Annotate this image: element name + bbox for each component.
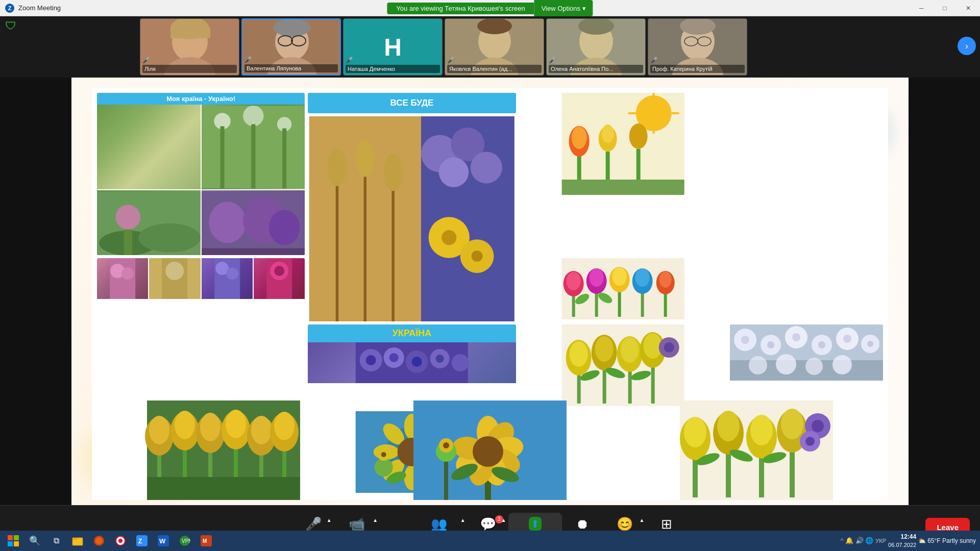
taskbar-search[interactable]: 🔍: [26, 532, 44, 550]
svg-point-51: [226, 267, 238, 280]
svg-text:VPN: VPN: [182, 538, 190, 544]
svg-point-72: [832, 355, 852, 374]
participant-name-yakovlev: Яковлєв Валентин (ад...: [447, 65, 542, 73]
svg-rect-4: [170, 28, 210, 38]
minimize-button[interactable]: ─: [910, 0, 933, 16]
svg-point-212: [750, 415, 773, 445]
svg-point-175: [200, 413, 220, 441]
participant-tile-olena[interactable]: 🎤 Олена Анатоліївна По...: [546, 18, 646, 76]
mic-muted-icon: 🎤: [142, 57, 150, 64]
taskbar-app5[interactable]: M: [197, 532, 215, 550]
ukraina-cell: УКРАЇНА: [308, 324, 516, 408]
unmute-caret[interactable]: ▲: [327, 517, 332, 523]
svg-point-46: [117, 279, 128, 289]
participant-tile-yakovlev[interactable]: 🎤 Яковлєв Валентин (ад...: [445, 18, 544, 76]
flower-magenta: [254, 258, 305, 299]
svg-rect-31: [251, 124, 255, 188]
taskbar-file-explorer[interactable]: [68, 532, 87, 550]
chat-caret[interactable]: ▲: [501, 517, 506, 523]
participant-tile-kateryna[interactable]: 🎤 Проф. Катерина Крутій: [648, 18, 747, 76]
view-options-button[interactable]: View Options ▾: [534, 0, 593, 16]
svg-point-127: [629, 123, 647, 149]
taskbar-opera[interactable]: [111, 532, 130, 550]
taskbar-word[interactable]: W: [154, 532, 173, 550]
chat-icon: 💬: [480, 517, 496, 531]
svg-point-61: [792, 333, 800, 341]
maximize-button[interactable]: □: [933, 0, 957, 16]
participant-tile-lilia[interactable]: 🎤 Ліля: [140, 18, 239, 76]
window-controls: ─ □ ✕: [910, 0, 980, 16]
flower-yellow: [149, 258, 200, 299]
svg-point-219: [805, 437, 815, 446]
white-flowers-photo: [730, 324, 883, 408]
svg-point-215: [781, 409, 803, 439]
right-strip: [909, 78, 980, 505]
titlebar-left: Z Zoom Meeting: [0, 4, 61, 13]
svg-point-206: [684, 417, 706, 447]
flower-pink: [97, 258, 148, 299]
flower-purple: [202, 258, 253, 299]
reactions-caret[interactable]: ▲: [639, 517, 644, 523]
participant-tile-valentina[interactable]: 🎤 Валентина Ляпунова: [241, 18, 341, 76]
mic-muted-icon: 🎤: [447, 57, 455, 64]
record-icon: ⏺: [576, 517, 589, 531]
collage-title-banner: Моя країна - Україно!: [97, 93, 305, 105]
svg-point-154: [595, 336, 613, 362]
participant-tile-natasha[interactable]: H 🎤 Наташа Демченко: [343, 18, 443, 76]
svg-point-136: [589, 268, 603, 287]
svg-point-209: [717, 411, 740, 441]
svg-point-48: [165, 262, 184, 280]
vse-bude-cell: ВСЕ БУДЕ: [308, 93, 516, 113]
svg-point-157: [620, 337, 639, 363]
participant-name-natasha: Наташа Демченко: [346, 65, 440, 73]
reactions-icon: 😊: [617, 517, 633, 531]
video-caret[interactable]: ▲: [373, 517, 378, 523]
task-view[interactable]: ⧉: [47, 532, 65, 550]
svg-point-70: [776, 354, 796, 374]
screen-share-area: Моя країна - Україно!: [71, 78, 909, 505]
svg-point-123: [571, 127, 586, 149]
svg-rect-228: [72, 538, 77, 540]
participant-name-lilia: Ліля: [142, 65, 237, 73]
svg-point-35: [138, 223, 201, 253]
svg-point-98: [452, 354, 469, 371]
svg-rect-37: [124, 230, 132, 255]
svg-point-67: [867, 341, 873, 347]
nature-photo-3: [97, 190, 201, 255]
microphone-muted-icon: 🎤: [305, 517, 322, 531]
svg-rect-225: [8, 541, 13, 546]
svg-point-63: [818, 341, 825, 348]
svg-point-200: [443, 442, 449, 448]
svg-rect-30: [220, 127, 224, 189]
svg-point-172: [175, 411, 195, 439]
svg-point-88: [472, 251, 483, 262]
participants-caret[interactable]: ▲: [460, 517, 465, 523]
svg-text:Z: Z: [138, 538, 142, 545]
svg-rect-197: [444, 457, 448, 500]
windows-taskbar: 🔍 ⧉ Z W VPN M ^ 🔔 🔊 🌐 УКР 12:44 06.07.20…: [0, 531, 980, 551]
taskbar-browser[interactable]: [90, 532, 108, 550]
sunflower-painting-bottom: [358, 400, 622, 500]
svg-point-39: [209, 202, 246, 243]
svg-point-65: [843, 335, 851, 343]
svg-rect-129: [561, 180, 684, 195]
wheat-purple-flowers: [308, 116, 516, 321]
svg-point-145: [659, 271, 671, 288]
taskbar-zoom[interactable]: Z: [133, 532, 151, 550]
participants-strip: 🎤 Ліля 🎤 Валентина Ляпунова H 🎤 Наташа Д…: [138, 16, 980, 78]
svg-point-142: [635, 268, 649, 287]
svg-point-71: [805, 358, 823, 375]
taskbar-vpn[interactable]: VPN: [176, 532, 194, 550]
participant-name-olena: Олена Анатоліївна По...: [549, 65, 643, 73]
left-strip: [0, 78, 71, 505]
svg-text:W: W: [159, 537, 166, 545]
svg-point-151: [569, 341, 587, 367]
svg-point-162: [664, 342, 674, 353]
mic-muted-icon: 🎤: [650, 57, 658, 64]
svg-point-184: [274, 412, 295, 440]
start-button[interactable]: [4, 532, 22, 550]
next-participants-button[interactable]: ›: [958, 37, 976, 55]
close-button[interactable]: ✕: [957, 0, 980, 16]
art-colorful-flowers: [519, 258, 727, 321]
art-sunflowers: [519, 93, 727, 255]
